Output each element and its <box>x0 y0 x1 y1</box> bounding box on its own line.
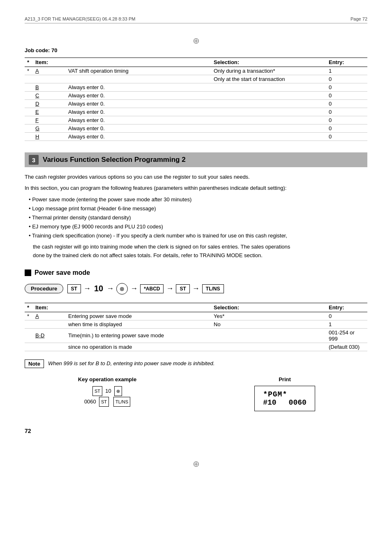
cell-entry: 0 <box>326 100 367 108</box>
key-print-section: Key operation example ST 10 ⊗ 0060 ST TL… <box>25 376 367 411</box>
cell-desc: Always enter 0. <box>66 100 211 108</box>
cell-desc: Entering power save mode <box>66 312 211 320</box>
cell-item: H <box>33 133 66 141</box>
cell-star: * <box>25 312 33 320</box>
cell-star <box>25 133 33 141</box>
page-header: A213_3 FOR THE MANAGER(SEEG) 06.4.28 8:3… <box>25 16 367 23</box>
note-text: When 999 is set for B to D, entering int… <box>48 359 214 366</box>
cell-sel <box>211 328 326 343</box>
intro-text-1: The cash register provides various optio… <box>25 173 367 182</box>
feature-bullets: Power save mode (entering the power save… <box>29 195 367 240</box>
crosshair-bottom: ⊕ <box>25 459 367 469</box>
print-title: Print <box>202 376 367 382</box>
procedure-button[interactable]: Procedure <box>25 284 63 293</box>
flow-x-circle: ⊗ <box>116 283 128 295</box>
table-row: C Always enter 0. 0 <box>25 92 367 100</box>
col2-entry: Entry: <box>326 303 367 312</box>
flow-arrow3: → <box>130 284 138 293</box>
bullet-item: Logo message print format (Header 6-line… <box>29 204 367 213</box>
cell-desc: since no operation is made <box>66 343 211 351</box>
intro-text-2: In this section, you can program the fol… <box>25 184 367 193</box>
cell-item: A <box>33 312 66 320</box>
table-row: * A Entering power save mode Yes* 0 <box>25 312 367 320</box>
header-right: Page 72 <box>350 16 367 21</box>
print-box: Print *PGM* #10 0060 <box>202 376 367 411</box>
col2-item: Item: <box>33 303 66 312</box>
key-op-box: Key operation example ST 10 ⊗ 0060 ST TL… <box>25 376 190 407</box>
cell-sel: Only at the start of transaction <box>211 75 326 83</box>
bullet-item: Thermal printer density (standard densit… <box>29 213 367 222</box>
col-star: * <box>25 58 33 67</box>
flow-st1: ST <box>67 284 81 293</box>
col2-star: * <box>25 303 33 312</box>
print-hash: #10 <box>263 398 276 407</box>
print-value: 0060 <box>289 398 307 407</box>
key-op-content: ST 10 ⊗ 0060 ST TL/NS <box>25 386 190 407</box>
cell-item <box>33 343 66 351</box>
cell-desc: Always enter 0. <box>66 83 211 92</box>
cell-entry: 0 <box>326 83 367 92</box>
procedure-flow: Procedure ST → 10 → ⊗ → *ABCD → ST → TL/… <box>25 283 367 295</box>
cell-desc: Always enter 0. <box>66 108 211 116</box>
bullet-item: Training clerk specification (none) - If… <box>29 231 367 240</box>
key-x-box: ⊗ <box>114 386 122 396</box>
key-tlns-box: TL/NS <box>113 397 130 407</box>
cell-entry: 0 <box>326 312 367 320</box>
cell-entry: 0 <box>326 108 367 116</box>
flow-arrow4: → <box>166 284 173 293</box>
cell-sel: Only during a transaction* <box>211 67 326 75</box>
flow-abcd: *ABCD <box>140 284 164 293</box>
table-row: Only at the start of transaction 0 <box>25 75 367 83</box>
cell-item <box>33 75 66 83</box>
table1: * Item: Selection: Entry: * A VAT shift … <box>25 58 367 141</box>
cell-sel <box>211 83 326 92</box>
cell-item <box>33 320 66 328</box>
job-code: Job code: 70 <box>25 47 367 53</box>
flow-arrow1: → <box>83 284 91 293</box>
cell-desc: Always enter 0. <box>66 92 211 100</box>
cell-entry: 1 <box>326 67 367 75</box>
cell-star <box>25 92 33 100</box>
cell-star <box>25 124 33 133</box>
bullet-item: Power save mode (entering the power save… <box>29 195 367 204</box>
cell-entry: 0 <box>326 116 367 124</box>
cell-desc <box>66 75 211 83</box>
cell-sel <box>211 108 326 116</box>
cell-item: D <box>33 100 66 108</box>
cell-sel <box>211 100 326 108</box>
print-line1: *PGM* <box>263 390 307 398</box>
flow-arrow5: → <box>192 284 200 293</box>
table-row: since no operation is made (Default 030) <box>25 343 367 351</box>
table2: * Item: Selection: Entry: * A Entering p… <box>25 303 367 351</box>
note-label: Note <box>25 359 44 368</box>
cell-entry: 0 <box>326 92 367 100</box>
section-badge: 3 <box>29 155 39 165</box>
cell-item: C <box>33 92 66 100</box>
cell-star <box>25 320 33 328</box>
cell-sel <box>211 116 326 124</box>
cell-star: * <box>25 67 33 75</box>
section3-header: 3 Various Function Selection Programming… <box>25 152 367 167</box>
flow-tlns: TL/NS <box>202 284 224 293</box>
note-box: Note When 999 is set for B to D, enterin… <box>25 359 367 368</box>
table-row: when time is displayed No 1 <box>25 320 367 328</box>
cell-star <box>25 83 33 92</box>
key-op-title: Key operation example <box>25 376 190 382</box>
table-row: F Always enter 0. 0 <box>25 116 367 124</box>
key-st-box: ST <box>92 386 102 396</box>
cell-star <box>25 100 33 108</box>
cell-entry: 0 <box>326 124 367 133</box>
table-row: E Always enter 0. 0 <box>25 108 367 116</box>
key-st2-box: ST <box>99 397 109 407</box>
cell-desc: Always enter 0. <box>66 133 211 141</box>
col2-sel: Selection: <box>211 303 326 312</box>
crosshair-top: ⊕ <box>25 36 367 46</box>
table-row: B-D Time(min.) to entering power save mo… <box>25 328 367 343</box>
table-row: H Always enter 0. 0 <box>25 133 367 141</box>
cell-sel: Yes* <box>211 312 326 320</box>
cell-star <box>25 116 33 124</box>
page-number: 72 <box>25 428 367 434</box>
flow-arrow2: → <box>106 284 114 293</box>
cell-item: A <box>33 67 66 75</box>
section-title: Various Function Selection Programming 2 <box>43 156 186 164</box>
